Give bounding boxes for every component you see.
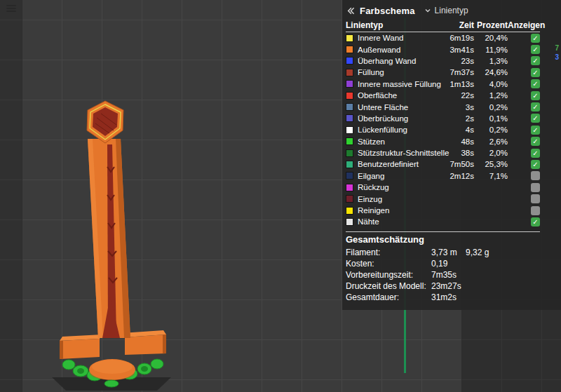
line-type-label: Rückzug [358, 183, 439, 191]
section-divider [346, 231, 540, 232]
summary-label: Gesamtdauer: [346, 292, 431, 302]
column-header-line-type: Linientyp [346, 20, 439, 30]
line-type-time: 2s [439, 114, 474, 123]
line-type-swatch [346, 195, 353, 203]
line-type-percent: 0,1% [474, 114, 508, 123]
line-type-percent: 2,0% [474, 149, 508, 157]
line-type-row: Überhang Wand 23s 1,3% [346, 55, 540, 67]
line-type-time: 48s [439, 137, 474, 146]
show-checkbox[interactable] [531, 149, 540, 158]
line-type-swatch [346, 34, 353, 42]
line-type-time: 22s [439, 91, 474, 100]
build-plate-left-edge [0, 0, 22, 392]
line-type-row: Einzug [346, 193, 540, 204]
line-type-row: Füllung 7m37s 24,6% [346, 67, 540, 78]
menu-icon[interactable] [6, 4, 16, 13]
model-top-face [87, 101, 123, 143]
summary-label: Kosten: [346, 259, 431, 269]
summary-value: 7m35s [431, 270, 461, 280]
show-checkbox[interactable] [531, 79, 540, 88]
line-type-swatch [346, 172, 353, 180]
line-type-time: 23s [439, 57, 474, 65]
summary-value: 31m2s [431, 292, 461, 302]
column-header-show: Anzeigen [508, 20, 540, 30]
table-header: Linientyp Zeit Prozent Anzeigen [346, 18, 540, 32]
show-checkbox[interactable] [531, 217, 540, 227]
panel-title: Farbschema [360, 6, 415, 16]
line-type-swatch [346, 57, 353, 65]
summary-value: 23m27s [431, 281, 461, 291]
line-type-row: Nähte [346, 216, 540, 227]
line-type-time: 1m13s [439, 80, 474, 88]
line-type-percent: 1,3% [474, 57, 508, 65]
layer-indicator-value: 3 [555, 53, 559, 62]
summary-label: Vorbereitungszeit: [346, 270, 431, 280]
summary-row: Vorbereitungszeit: 7m35s [346, 269, 540, 281]
line-type-label: Lückenfüllung [358, 126, 439, 134]
line-type-label: Stützstruktur-Schnittstelle [358, 149, 439, 157]
summary-label: Filament: [346, 248, 431, 257]
line-type-time: 38s [439, 149, 474, 157]
line-type-label: Füllung [358, 68, 439, 76]
line-type-time: 7m37s [439, 68, 474, 76]
line-type-row: Überbrückung 2s 0,1% [346, 113, 540, 124]
line-type-label: Nähte [358, 217, 439, 226]
summary-value: 3,73 m [431, 248, 461, 257]
line-type-row: Eilgang 2m12s 7,1% [346, 170, 540, 182]
show-checkbox[interactable] [531, 102, 540, 111]
model-shaft [88, 139, 130, 338]
show-checkbox[interactable] [531, 137, 540, 146]
line-type-row: Außenwand 3m41s 11,9% [346, 43, 540, 55]
show-checkbox[interactable] [531, 68, 540, 77]
line-type-row: Stützen 48s 2,6% [346, 136, 540, 147]
line-type-row: Rückzug [346, 182, 540, 193]
line-type-time: 3m41s [439, 46, 474, 54]
show-checkbox[interactable] [531, 114, 540, 123]
line-type-swatch [346, 103, 353, 111]
line-type-row: Lückenfüllung 4s 0,2% [346, 124, 540, 135]
summary-label: Druckzeit des Modell: [346, 281, 431, 291]
line-type-label: Benutzerdefiniert [358, 160, 439, 168]
color-scheme-dropdown[interactable]: Linientyp [424, 6, 468, 15]
show-checkbox[interactable] [531, 56, 540, 65]
summary-value: 0,19 [431, 259, 461, 269]
line-type-percent: 24,6% [474, 68, 508, 76]
line-type-swatch [346, 126, 353, 134]
line-type-row: Stützstruktur-Schnittstelle 38s 2,0% [346, 147, 540, 158]
line-type-swatch [346, 149, 353, 157]
line-type-swatch [346, 218, 353, 226]
line-type-label: Reinigen [358, 206, 439, 215]
show-checkbox[interactable] [531, 126, 540, 135]
line-type-swatch [346, 46, 353, 53]
show-checkbox[interactable] [531, 34, 540, 43]
summary-body: Filament: 3,73 m 9,32 g Kosten: 0,19 Vor… [346, 247, 540, 304]
line-type-percent: 0,2% [474, 103, 508, 111]
line-type-label: Außenwand [358, 46, 439, 54]
line-type-percent: 2,6% [474, 137, 508, 146]
line-type-time: 6m19s [439, 34, 474, 42]
show-checkbox[interactable] [531, 160, 540, 169]
collapse-panel-icon[interactable] [346, 6, 355, 15]
show-checkbox[interactable] [531, 171, 540, 180]
show-checkbox[interactable] [531, 194, 540, 203]
show-checkbox[interactable] [531, 91, 540, 100]
line-type-time: 2m12s [439, 172, 474, 180]
show-checkbox[interactable] [531, 45, 540, 54]
line-type-swatch [346, 207, 353, 215]
show-checkbox[interactable] [531, 183, 540, 192]
summary-row: Filament: 3,73 m 9,32 g [346, 247, 540, 258]
line-type-row: Benutzerdefiniert 7m50s 25,3% [346, 158, 540, 170]
line-type-swatch [346, 184, 353, 191]
summary-row: Druckzeit des Modell: 23m27s [346, 281, 540, 292]
layer-indicator-value: 7 [555, 43, 559, 53]
line-type-time: 3s [439, 103, 474, 111]
color-scheme-panel: Farbschema Linientyp Linientyp Zeit Proz… [342, 0, 561, 310]
summary-row: Gesamtdauer: 31m2s [346, 292, 540, 303]
line-type-time: 7m50s [439, 160, 474, 168]
line-type-label: Stützen [358, 137, 439, 146]
summary-value2: 9,32 g [466, 248, 489, 257]
line-type-percent: 25,3% [474, 160, 508, 168]
show-checkbox[interactable] [531, 206, 540, 215]
line-type-percent: 4,0% [474, 80, 508, 88]
line-type-label: Einzug [358, 195, 439, 203]
